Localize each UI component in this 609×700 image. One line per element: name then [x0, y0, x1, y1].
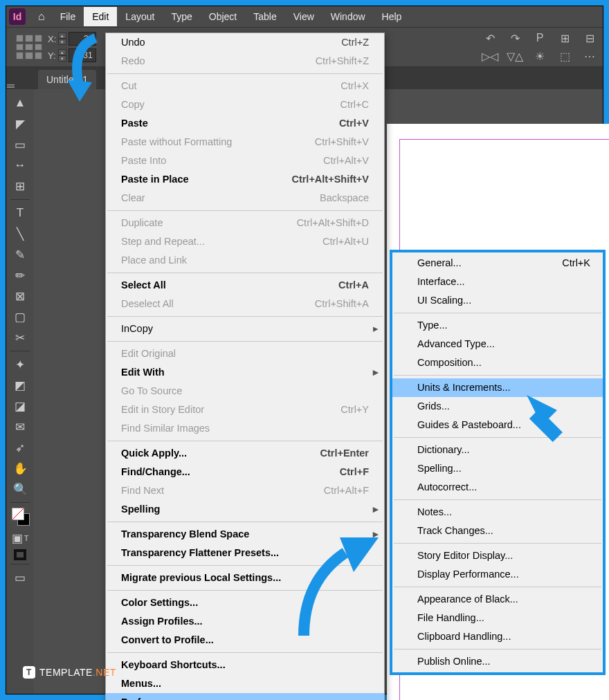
menu-separator — [107, 210, 383, 211]
home-icon[interactable]: ⌂ — [38, 10, 45, 23]
menu-item-label: Units & Increments... — [417, 380, 511, 395]
note-tool[interactable]: ✉ — [10, 417, 30, 436]
menu-item-find-change[interactable]: Find/Change...Ctrl+F — [106, 463, 384, 481]
tool-separator — [10, 564, 30, 564]
selection-tool[interactable]: ▲ — [10, 93, 30, 113]
page-tool[interactable]: ▭ — [10, 135, 30, 154]
free-transform-tool[interactable]: ✦ — [10, 355, 30, 374]
menu-item-paste[interactable]: PasteCtrl+V — [106, 114, 384, 133]
pen-tool[interactable]: ✎ — [10, 245, 30, 264]
line-tool[interactable]: ╲ — [10, 224, 30, 243]
menu-item-label: Find Next — [121, 483, 164, 498]
menu-item-paste-in-place[interactable]: Paste in PlaceCtrl+Alt+Shift+V — [106, 170, 384, 189]
scissors-tool[interactable]: ✂ — [10, 328, 30, 347]
menu-item-paste-without-formatting: Paste without FormattingCtrl+Shift+V — [106, 133, 384, 151]
menu-item-preferences[interactable]: Preferences — [106, 693, 384, 700]
menu-item-label: Transparency Blend Space — [121, 527, 249, 542]
prefs-item-notes[interactable]: Notes... — [392, 503, 603, 522]
gradient-feather-tool[interactable]: ◪ — [10, 396, 30, 416]
menubar-item-object[interactable]: Object — [201, 7, 245, 26]
more-icon[interactable]: ⋯ — [581, 50, 599, 65]
prefs-item-track-changes[interactable]: Track Changes... — [392, 522, 603, 540]
prefs-item-clipboard-handling[interactable]: Clipboard Handling... — [392, 627, 603, 646]
menu-item-label: Copy — [121, 98, 145, 112]
prefs-item-general[interactable]: General...Ctrl+K — [392, 254, 603, 273]
panel-handle-icon[interactable] — [6, 84, 15, 89]
menu-separator — [394, 499, 601, 500]
menu-item-menus[interactable]: Menus... — [106, 674, 384, 693]
prefs-item-publish-online[interactable]: Publish Online... — [392, 652, 603, 671]
menu-item-label: Spelling — [121, 502, 160, 517]
reference-point-grid[interactable] — [16, 35, 42, 59]
type-tool[interactable]: T — [10, 203, 30, 223]
gap-tool[interactable]: ↔ — [10, 156, 30, 175]
prefs-item-advanced-type[interactable]: Advanced Type... — [392, 335, 603, 353]
menubar-item-file[interactable]: File — [52, 7, 84, 26]
menu-item-label: Clear — [121, 191, 145, 205]
prefs-item-interface[interactable]: Interface... — [392, 273, 603, 291]
zoom-tool[interactable]: 🔍 — [10, 479, 30, 499]
prefs-item-file-handling[interactable]: File Handling... — [392, 609, 603, 627]
rectangle-frame-tool[interactable]: ⊠ — [10, 286, 30, 306]
hand-tool[interactable]: ✋ — [10, 459, 30, 478]
prefs-item-dictionary[interactable]: Dictionary... — [392, 441, 603, 459]
menu-item-incopy[interactable]: InCopy — [106, 320, 384, 338]
menu-item-label: Edit Original — [121, 347, 176, 361]
format-container-icon[interactable]: ▣ T — [10, 528, 30, 548]
apply-color-icon[interactable] — [14, 549, 26, 560]
fx-icon[interactable]: ☀ — [531, 50, 549, 65]
menu-item-spelling[interactable]: Spelling — [106, 500, 384, 519]
direct-selection-tool[interactable]: ◤ — [10, 114, 30, 133]
flip-v-icon[interactable]: ▽△ — [506, 50, 524, 65]
menubar-item-table[interactable]: Table — [245, 7, 284, 26]
prefs-item-autocorrect[interactable]: Autocorrect... — [392, 478, 603, 497]
menu-item-edit-original: Edit Original — [106, 344, 384, 363]
prefs-item-appearance-of-black[interactable]: Appearance of Black... — [392, 590, 603, 609]
menu-item-label: Transparency Flattener Presets... — [121, 546, 279, 560]
menu-item-step-and-repeat: Step and Repeat...Ctrl+Alt+U — [106, 232, 384, 251]
menu-item-select-all[interactable]: Select AllCtrl+A — [106, 276, 384, 295]
rotate-ccw-icon[interactable]: ↶ — [481, 32, 499, 47]
menu-item-undo[interactable]: UndoCtrl+Z — [106, 33, 384, 52]
menu-item-deselect-all: Deselect AllCtrl+Shift+A — [106, 295, 384, 313]
distribute-v-icon[interactable]: ⊟ — [581, 32, 599, 47]
menu-item-label: Advanced Type... — [417, 337, 495, 351]
menu-item-label: Convert to Profile... — [121, 633, 214, 647]
content-collector-tool[interactable]: ⊞ — [10, 176, 30, 196]
tool-separator — [10, 199, 30, 200]
eyedropper-tool[interactable]: ➶ — [10, 438, 30, 457]
menubar-item-layout[interactable]: Layout — [117, 7, 163, 26]
menu-separator — [394, 313, 601, 313]
corner-icon[interactable]: ⬚ — [556, 50, 574, 65]
menu-item-label: Clipboard Handling... — [417, 629, 511, 644]
menu-item-quick-apply[interactable]: Quick Apply...Ctrl+Enter — [106, 444, 384, 463]
prefs-item-story-editor-display[interactable]: Story Editor Display... — [392, 546, 603, 565]
menu-item-edit-with[interactable]: Edit With — [106, 363, 384, 382]
screen-mode-icon[interactable]: ▭ — [10, 568, 30, 587]
menu-separator — [394, 649, 601, 650]
prefs-item-units-increments[interactable]: Units & Increments... — [392, 378, 603, 397]
prefs-item-spelling[interactable]: Spelling... — [392, 459, 603, 478]
watermark: T TEMPLATE.NET — [23, 666, 116, 679]
paragraph-icon[interactable]: P — [531, 32, 549, 47]
menu-item-label: Spelling... — [417, 461, 462, 476]
distribute-h-icon[interactable]: ⊞ — [556, 32, 574, 47]
rotate-cw-icon[interactable]: ↷ — [506, 32, 524, 47]
prefs-item-display-performance[interactable]: Display Performance... — [392, 565, 603, 584]
menubar-item-view[interactable]: View — [285, 7, 322, 26]
prefs-item-composition[interactable]: Composition... — [392, 353, 603, 372]
menubar-item-edit[interactable]: Edit — [84, 7, 117, 26]
menu-item-keyboard-shortcuts[interactable]: Keyboard Shortcuts... — [106, 656, 384, 674]
flip-h-icon[interactable]: ▷◁ — [481, 50, 499, 65]
menu-item-find-similar-images: Find Similar Images — [106, 419, 384, 438]
gradient-swatch-tool[interactable]: ◩ — [10, 376, 30, 395]
fill-stroke-swatch[interactable] — [10, 506, 30, 527]
prefs-item-type[interactable]: Type... — [392, 316, 603, 335]
pencil-tool[interactable]: ✏ — [10, 266, 30, 285]
tool-separator — [10, 351, 30, 351]
menubar-item-window[interactable]: Window — [322, 7, 374, 26]
rectangle-tool[interactable]: ▢ — [10, 307, 30, 326]
menubar-item-type[interactable]: Type — [163, 7, 200, 26]
menubar-item-help[interactable]: Help — [374, 7, 410, 26]
prefs-item-ui-scaling[interactable]: UI Scaling... — [392, 291, 603, 310]
